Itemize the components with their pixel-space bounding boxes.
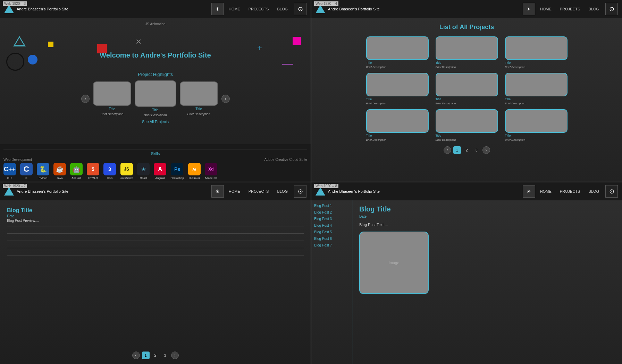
blog-page-next[interactable]: › bbox=[171, 352, 179, 359]
proj-thumb-1 bbox=[366, 36, 429, 60]
proj-title-7: Title bbox=[366, 134, 372, 137]
github-btn-projects[interactable]: ⊙ bbox=[605, 3, 618, 15]
nav-blog-blog[interactable]: BLOG bbox=[274, 187, 291, 196]
skill-label-react: React bbox=[140, 176, 147, 180]
sidebar-link-1[interactable]: Blog Post 1 bbox=[314, 204, 350, 208]
proj-desc-4: Brief Description bbox=[366, 102, 387, 105]
blog-main-text: Blog Post Text.... bbox=[359, 223, 616, 227]
nav-blog-home[interactable]: BLOG bbox=[274, 5, 291, 13]
sidebar-link-7[interactable]: Blog Post 7 bbox=[314, 243, 350, 247]
nav-projects-projects[interactable]: PROJECTS bbox=[556, 5, 584, 13]
skill-label-cpp: C++ bbox=[7, 176, 12, 180]
proj-thumb-3 bbox=[505, 36, 568, 60]
proj-desc-1: Brief Description bbox=[366, 66, 387, 69]
proj-thumb-4 bbox=[366, 73, 429, 96]
proj-desc-5: Brief Description bbox=[436, 102, 456, 105]
proj-title-3: Title bbox=[505, 61, 511, 64]
see-all-link[interactable]: See All Projects bbox=[142, 120, 169, 124]
highlight-card-3: Title Brief Description bbox=[180, 81, 218, 116]
skill-ai: Ai Illustrator bbox=[188, 163, 201, 180]
proj-card-1: Title Brief Description bbox=[366, 36, 429, 69]
highlight-desc-3: Brief Description bbox=[187, 112, 210, 116]
shape-x-icon: ✕ bbox=[135, 37, 142, 46]
web-dev-label: Web Development bbox=[3, 158, 32, 162]
skills-header: Skills bbox=[3, 151, 307, 156]
shape-plus-icon: + bbox=[257, 43, 262, 53]
panel-blog-detail: Web 1920 – 8 Andre Bhaseen's Portfolio S… bbox=[311, 182, 622, 364]
blog-sidebar: Blog Post 1 Blog Post 2 Blog Post 3 Blog… bbox=[311, 200, 353, 364]
proj-card-6: Title Brief Description bbox=[505, 73, 568, 105]
nav-projects-home[interactable]: PROJECTS bbox=[245, 5, 272, 13]
skill-icon-xd: Xd bbox=[205, 163, 217, 175]
proj-thumb-7 bbox=[366, 109, 429, 133]
shape-circle-outline-icon bbox=[6, 53, 24, 71]
highlight-card-1: Title Brief Description bbox=[93, 81, 131, 116]
github-btn-blogdetail[interactable]: ⊙ bbox=[605, 185, 618, 198]
nav-home-projects[interactable]: HOME bbox=[537, 5, 555, 13]
navbar-home: Andre Bhaseen's Portfolio Site ☀ HOME PR… bbox=[0, 0, 311, 18]
proj-desc-6: Brief Description bbox=[505, 102, 526, 105]
brand-blogdetail: Andre Bhaseen's Portfolio Site bbox=[316, 187, 523, 196]
nav-blog-blogdetail[interactable]: BLOG bbox=[585, 187, 603, 196]
theme-toggle-blog[interactable]: ☀ bbox=[211, 185, 224, 198]
blog-page-prev[interactable]: ‹ bbox=[132, 352, 140, 359]
projects-content: List of All Projects Title Brief Descrip… bbox=[311, 18, 622, 182]
blog-item-1: Blog Title Date Blog Post Preview.... bbox=[7, 204, 304, 226]
highlights-title: Project Highlights bbox=[138, 72, 173, 77]
github-btn-blog[interactable]: ⊙ bbox=[294, 185, 306, 198]
nav-links-home: ☀ HOME PROJECTS BLOG ⊙ bbox=[211, 3, 306, 15]
skills-section: Skills Web Development Adobe Creative Cl… bbox=[0, 144, 311, 182]
carousel-prev-btn[interactable]: ‹ bbox=[81, 95, 90, 103]
projects-page-next[interactable]: › bbox=[482, 146, 490, 154]
nav-projects-blogdetail[interactable]: PROJECTS bbox=[556, 187, 584, 196]
proj-card-2: Title Brief Description bbox=[436, 36, 498, 69]
projects-page-prev[interactable]: ‹ bbox=[444, 146, 451, 154]
theme-toggle-projects[interactable]: ☀ bbox=[523, 3, 535, 15]
sidebar-link-6[interactable]: Blog Post 6 bbox=[314, 237, 350, 241]
nav-home-blogdetail[interactable]: HOME bbox=[537, 187, 555, 196]
nav-links-projects: ☀ HOME PROJECTS BLOG ⊙ bbox=[523, 3, 618, 15]
github-btn-home[interactable]: ⊙ bbox=[294, 3, 306, 15]
skill-ps: Ps Photoshop bbox=[170, 163, 184, 180]
blog-page-3[interactable]: 3 bbox=[161, 352, 169, 359]
projects-page-2[interactable]: 2 bbox=[463, 146, 471, 154]
sidebar-link-4[interactable]: Blog Post 4 bbox=[314, 224, 350, 227]
skill-label-ai: Illustrator bbox=[188, 176, 200, 180]
sidebar-link-2[interactable]: Blog Post 2 bbox=[314, 210, 350, 214]
sidebar-link-5[interactable]: Blog Post 5 bbox=[314, 230, 350, 234]
navbar-blogdetail: Andre Bhaseen's Portfolio Site ☀ HOME PR… bbox=[311, 182, 622, 200]
blog-preview-1: Blog Post Preview.... bbox=[7, 219, 304, 223]
shape-blue-circle-icon bbox=[28, 55, 37, 64]
blog-page-1[interactable]: 1 bbox=[142, 352, 150, 359]
skill-icon-react: ⚛ bbox=[137, 163, 150, 175]
shape-pink-square-icon bbox=[293, 37, 301, 45]
nav-blog-projects[interactable]: BLOG bbox=[585, 5, 603, 13]
blog-item-3 bbox=[7, 234, 304, 241]
blog-page-2[interactable]: 2 bbox=[152, 352, 159, 359]
skill-label-css: CSS bbox=[107, 176, 112, 180]
nav-projects-blog[interactable]: PROJECTS bbox=[245, 187, 272, 196]
highlight-title-3: Title bbox=[195, 107, 202, 111]
brand-triangle-blogdetail-icon bbox=[316, 187, 325, 196]
proj-title-9: Title bbox=[505, 134, 511, 137]
shape-triangle-outline-icon bbox=[13, 36, 26, 46]
blog-title-1: Blog Title bbox=[7, 207, 304, 214]
carousel-next-btn[interactable]: › bbox=[221, 95, 230, 103]
proj-card-7: Title Brief Description bbox=[366, 109, 429, 141]
theme-toggle-home[interactable]: ☀ bbox=[211, 3, 224, 15]
blog-main-date: Date bbox=[359, 215, 616, 218]
nav-home-blog[interactable]: HOME bbox=[225, 187, 244, 196]
theme-toggle-blogdetail[interactable]: ☀ bbox=[523, 185, 535, 198]
panel1-label: Web 1920 – 3 bbox=[3, 1, 27, 6]
proj-card-9: Title Brief Description bbox=[505, 109, 568, 141]
brand-home: Andre Bhaseen's Portfolio Site bbox=[4, 5, 211, 13]
blog-image-label: Image bbox=[389, 261, 400, 265]
brand-triangle-proj-icon bbox=[316, 5, 325, 13]
projects-page-1[interactable]: 1 bbox=[453, 146, 461, 154]
nav-home-home[interactable]: HOME bbox=[225, 5, 244, 13]
blog-item-4 bbox=[7, 241, 304, 248]
skills-divider bbox=[3, 149, 307, 149]
proj-card-5: Title Brief Description bbox=[436, 73, 498, 105]
sidebar-link-3[interactable]: Blog Post 3 bbox=[314, 217, 350, 221]
projects-page-3[interactable]: 3 bbox=[473, 146, 480, 154]
